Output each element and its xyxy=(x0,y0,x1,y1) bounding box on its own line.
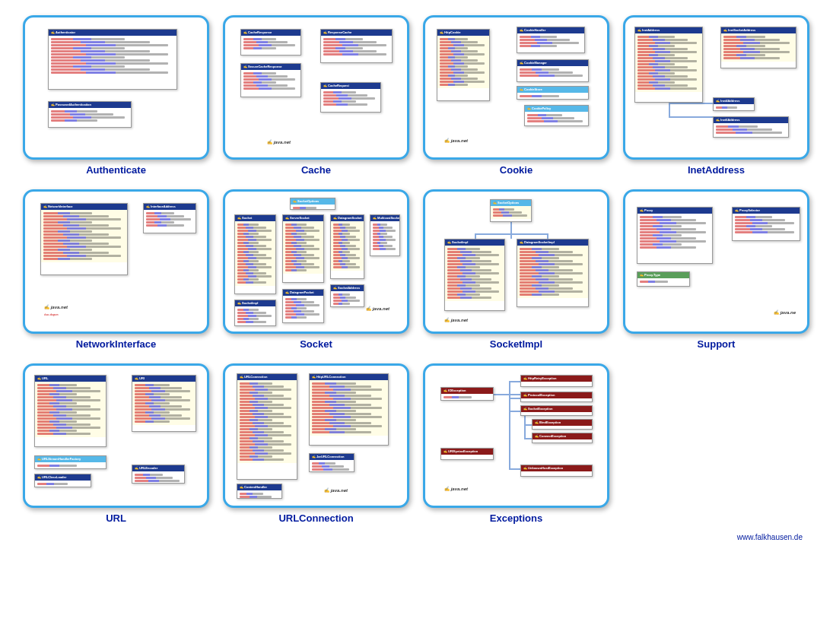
class-header: ✍ CookieHandler xyxy=(517,27,584,33)
class-header: ✍ ContentHandler xyxy=(237,484,281,490)
diagram-thumbnail[interactable]: ✍ CacheResponse✍ SecureCacheResponse✍ Re… xyxy=(223,15,409,160)
class-body xyxy=(445,246,504,301)
class-header: ✍ SocketImpl xyxy=(445,240,504,246)
diagram-thumbnail[interactable]: ✍ HttpCookie✍ CookieHandler✍ CookieManag… xyxy=(423,15,609,160)
class-body xyxy=(35,382,106,437)
class-body xyxy=(370,221,399,252)
class-body xyxy=(714,123,788,136)
diagram-caption[interactable]: Exceptions xyxy=(490,512,542,524)
diagram-card-cache[interactable]: ✍ CacheResponse✍ SecureCacheResponse✍ Re… xyxy=(223,15,409,176)
class-header: ✍ DatagramSocket xyxy=(331,215,364,221)
class-box: ✍ CacheRequest xyxy=(320,82,381,113)
class-body xyxy=(533,439,592,443)
diagram-card-support[interactable]: ✍ Proxy✍ ProxySelector✍ Proxy.Typejava.n… xyxy=(623,189,809,350)
class-header: ✍ URI xyxy=(132,376,196,382)
diagram-thumbnail[interactable]: ✍ Proxy✍ ProxySelector✍ Proxy.Typejava.n… xyxy=(623,189,809,334)
class-header: ✍ HttpCookie xyxy=(437,30,489,36)
connector-line xyxy=(509,468,520,470)
class-header: ✍ InterfaceAddress xyxy=(144,204,196,210)
class-body xyxy=(331,221,364,271)
package-label: java.net xyxy=(444,138,468,143)
diagram-card-sockimpl[interactable]: ✍ SocketOptions✍ SocketImpl✍ DatagramSoc… xyxy=(423,189,609,350)
diagram-thumbnail[interactable]: ✍ InetAddress✍ InetSocketAddress✍ Inet4A… xyxy=(623,15,809,160)
diagram-card-socket[interactable]: ✍ SocketOptions✍ Socket✍ ServerSocket✍ D… xyxy=(223,189,409,350)
diagram-thumbnail[interactable]: ✍ URL✍ URI✍ URLStreamHandlerFactory✍ URL… xyxy=(23,363,209,508)
diagram-thumbnail[interactable]: ✍ SocketOptions✍ SocketImpl✍ DatagramSoc… xyxy=(423,189,609,334)
class-header: ✍ IOException xyxy=(441,388,493,394)
diagram-caption[interactable]: Authenticate xyxy=(86,164,146,176)
diagram-card-except[interactable]: ✍ IOException✍ HttpRetryException✍ Proto… xyxy=(423,363,609,524)
class-header: ✍ SocketException xyxy=(521,406,592,412)
diagram-thumbnail[interactable]: ✍ Authenticator✍ PasswordAuthentication xyxy=(23,15,209,160)
class-box: ✍ NetworkInterface xyxy=(40,203,128,275)
connector-line xyxy=(509,381,520,382)
class-box: ✍ InetAddress xyxy=(634,27,703,103)
class-box: ✍ URLConnection xyxy=(237,373,297,480)
class-box: ✍ URLEncoder xyxy=(132,465,185,484)
diagram-caption[interactable]: InetAddress xyxy=(688,164,745,176)
diagram-thumbnail[interactable]: ✍ NetworkInterface✍ InterfaceAddressjava… xyxy=(23,189,209,334)
diagram-card-inet[interactable]: ✍ InetAddress✍ InetSocketAddress✍ Inet4A… xyxy=(623,15,809,176)
diagram-caption[interactable]: URLConnection xyxy=(278,512,353,524)
diagram-caption[interactable]: NetworkInterface xyxy=(76,338,156,350)
diagram-thumbnail[interactable]: ✍ SocketOptions✍ Socket✍ ServerSocket✍ D… xyxy=(223,189,409,334)
class-box: ✍ ProxySelector xyxy=(732,207,800,241)
class-header: ✍ Proxy xyxy=(637,208,712,214)
class-body xyxy=(41,210,127,262)
diagram-caption[interactable]: Socket xyxy=(300,338,332,350)
class-header: ✍ CacheResponse xyxy=(241,30,300,36)
diagram-caption[interactable]: Cache xyxy=(301,164,331,176)
package-label: java.net xyxy=(267,139,291,144)
connector-line xyxy=(475,233,476,239)
diagram-caption[interactable]: Cookie xyxy=(500,164,533,176)
class-box: ✍ Inet6Address xyxy=(713,116,789,138)
class-header: ✍ URLClassLoader xyxy=(35,474,91,481)
class-box: ✍ CookiePolicy xyxy=(524,105,589,126)
diagram-thumbnail[interactable]: ✍ URLConnection✍ HttpURLConnection✍ JarU… xyxy=(223,363,409,508)
class-body xyxy=(49,108,131,124)
class-header: ✍ ProtocolException xyxy=(521,392,592,398)
class-body xyxy=(235,221,275,286)
footer-link[interactable]: www.falkhausen.de xyxy=(23,533,810,541)
class-box: ✍ Proxy xyxy=(637,207,713,264)
connector-line xyxy=(524,424,532,426)
class-body xyxy=(132,382,196,425)
class-header: ✍ ServerSocket xyxy=(283,215,323,221)
class-header: ✍ Proxy.Type xyxy=(637,272,689,278)
class-header: ✍ URL xyxy=(35,376,106,382)
class-header: ✍ Inet4Address xyxy=(714,98,754,104)
diagram-card-urlconn[interactable]: ✍ URLConnection✍ HttpURLConnection✍ JarU… xyxy=(223,363,409,524)
class-body xyxy=(635,33,702,92)
connector-line xyxy=(669,116,713,118)
connector-line xyxy=(669,103,713,104)
package-label: java.ne xyxy=(774,309,796,315)
diagram-card-url[interactable]: ✍ URL✍ URI✍ URLStreamHandlerFactory✍ URL… xyxy=(23,363,209,524)
class-box: ✍ SocketImpl xyxy=(234,300,276,326)
diagram-caption[interactable]: Support xyxy=(698,338,736,350)
diagram-thumbnail[interactable]: ✍ IOException✍ HttpRetryException✍ Proto… xyxy=(423,363,609,508)
class-body xyxy=(235,306,275,325)
class-box: ✍ URISyntaxException xyxy=(440,448,494,460)
class-box: ✍ ResponseCache xyxy=(320,29,393,63)
diagram-caption[interactable]: URL xyxy=(106,512,126,524)
class-box: ✍ SocketException xyxy=(520,405,593,416)
class-box: ✍ URLClassLoader xyxy=(34,474,91,487)
class-box: ✍ ConnectException xyxy=(532,433,593,443)
class-box: ✍ URI xyxy=(132,375,196,432)
diagram-caption[interactable]: SocketImpl xyxy=(490,338,542,350)
package-label: java.net xyxy=(444,317,468,322)
class-body xyxy=(283,296,323,321)
class-body xyxy=(291,205,335,210)
diagram-card-netif[interactable]: ✍ NetworkInterface✍ InterfaceAddressjava… xyxy=(23,189,209,350)
class-box: ✍ URLStreamHandlerFactory xyxy=(34,455,107,469)
class-body xyxy=(310,460,354,472)
class-header: ✍ JarURLConnection xyxy=(310,454,354,460)
class-body xyxy=(441,394,493,401)
diagram-card-auth[interactable]: ✍ Authenticator✍ PasswordAuthenticationA… xyxy=(23,15,209,176)
class-box: ✍ DatagramPacket xyxy=(282,289,324,323)
class-box: ✍ InetSocketAddress xyxy=(720,27,796,68)
class-header: ✍ DatagramSocketImpl xyxy=(517,240,588,246)
diagram-card-cookie[interactable]: ✍ HttpCookie✍ CookieHandler✍ CookieManag… xyxy=(423,15,609,176)
class-box: ✍ JarURLConnection xyxy=(309,453,355,472)
class-header: ✍ InetAddress xyxy=(635,27,702,33)
